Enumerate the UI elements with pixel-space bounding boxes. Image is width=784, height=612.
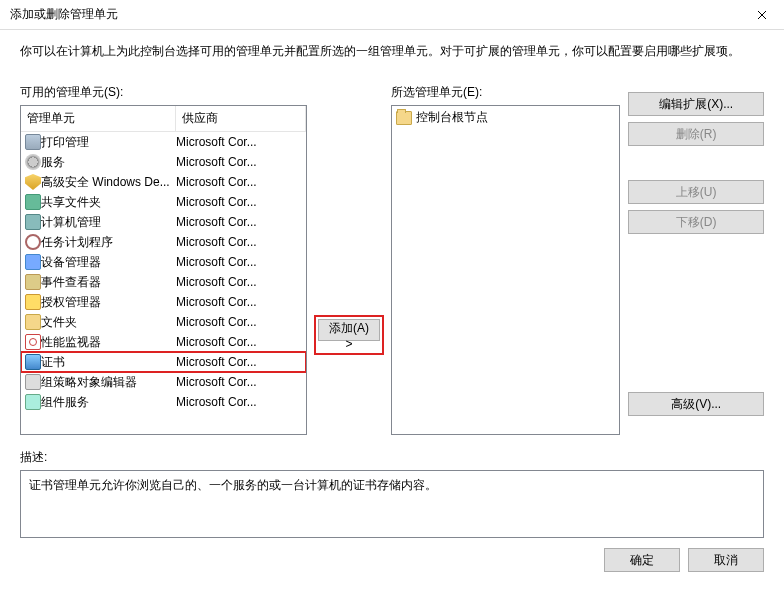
event-icon [25, 274, 41, 290]
list-item[interactable]: 授权管理器Microsoft Cor... [21, 292, 306, 312]
clock-icon [25, 234, 41, 250]
close-icon [757, 10, 767, 20]
advanced-button[interactable]: 高级(V)... [628, 392, 764, 416]
folder-icon [25, 314, 41, 330]
item-vendor: Microsoft Cor... [176, 195, 302, 209]
item-name: 打印管理 [41, 134, 176, 151]
column-header-name[interactable]: 管理单元 [21, 106, 176, 131]
list-item[interactable]: 打印管理Microsoft Cor... [21, 132, 306, 152]
item-vendor: Microsoft Cor... [176, 135, 302, 149]
item-vendor: Microsoft Cor... [176, 275, 302, 289]
instruction-text: 你可以在计算机上为此控制台选择可用的管理单元并配置所选的一组管理单元。对于可扩展… [20, 42, 764, 60]
cancel-button[interactable]: 取消 [688, 548, 764, 572]
item-name: 计算机管理 [41, 214, 176, 231]
selected-snapins-tree[interactable]: 控制台根节点 [391, 105, 620, 435]
item-vendor: Microsoft Cor... [176, 175, 302, 189]
list-item[interactable]: 组策略对象编辑器Microsoft Cor... [21, 372, 306, 392]
item-name: 授权管理器 [41, 294, 176, 311]
close-button[interactable] [739, 0, 784, 30]
gear-icon [25, 154, 41, 170]
item-name: 性能监视器 [41, 334, 176, 351]
gpo-icon [25, 374, 41, 390]
list-item[interactable]: 计算机管理Microsoft Cor... [21, 212, 306, 232]
cert-icon [25, 354, 41, 370]
item-vendor: Microsoft Cor... [176, 235, 302, 249]
shield-icon [25, 174, 41, 190]
list-item[interactable]: 证书Microsoft Cor... [21, 352, 306, 372]
item-name: 证书 [41, 354, 176, 371]
item-vendor: Microsoft Cor... [176, 215, 302, 229]
window-title: 添加或删除管理单元 [10, 6, 118, 23]
comp-icon [25, 394, 41, 410]
item-name: 服务 [41, 154, 176, 171]
item-vendor: Microsoft Cor... [176, 395, 302, 409]
item-vendor: Microsoft Cor... [176, 375, 302, 389]
item-name: 组件服务 [41, 394, 176, 411]
column-header-vendor[interactable]: 供应商 [176, 106, 306, 131]
item-vendor: Microsoft Cor... [176, 255, 302, 269]
available-label: 可用的管理单元(S): [20, 84, 307, 101]
list-item[interactable]: 性能监视器Microsoft Cor... [21, 332, 306, 352]
list-header: 管理单元 供应商 [21, 106, 306, 132]
pc-icon [25, 214, 41, 230]
titlebar: 添加或删除管理单元 [0, 0, 784, 30]
list-item[interactable]: 服务Microsoft Cor... [21, 152, 306, 172]
description-label: 描述: [20, 449, 764, 466]
device-icon [25, 254, 41, 270]
item-name: 文件夹 [41, 314, 176, 331]
perf-icon [25, 334, 41, 350]
selected-label: 所选管理单元(E): [391, 84, 620, 101]
item-name: 事件查看器 [41, 274, 176, 291]
add-button[interactable]: 添加(A) > [318, 319, 380, 341]
item-name: 高级安全 Windows De... [41, 174, 176, 191]
move-down-button[interactable]: 下移(D) [628, 210, 764, 234]
ok-button[interactable]: 确定 [604, 548, 680, 572]
list-item[interactable]: 共享文件夹Microsoft Cor... [21, 192, 306, 212]
list-item[interactable]: 事件查看器Microsoft Cor... [21, 272, 306, 292]
item-vendor: Microsoft Cor... [176, 315, 302, 329]
remove-button[interactable]: 删除(R) [628, 122, 764, 146]
item-vendor: Microsoft Cor... [176, 335, 302, 349]
list-item[interactable]: 文件夹Microsoft Cor... [21, 312, 306, 332]
share-icon [25, 194, 41, 210]
item-vendor: Microsoft Cor... [176, 155, 302, 169]
tree-root-item[interactable]: 控制台根节点 [392, 106, 619, 129]
item-name: 共享文件夹 [41, 194, 176, 211]
folder-icon [396, 111, 412, 125]
tree-root-label: 控制台根节点 [416, 109, 488, 126]
edit-extensions-button[interactable]: 编辑扩展(X)... [628, 92, 764, 116]
item-vendor: Microsoft Cor... [176, 355, 302, 369]
auth-icon [25, 294, 41, 310]
list-item[interactable]: 高级安全 Windows De...Microsoft Cor... [21, 172, 306, 192]
add-button-highlight: 添加(A) > [316, 317, 382, 353]
list-item[interactable]: 任务计划程序Microsoft Cor... [21, 232, 306, 252]
move-up-button[interactable]: 上移(U) [628, 180, 764, 204]
printer-icon [25, 134, 41, 150]
item-name: 组策略对象编辑器 [41, 374, 176, 391]
description-text: 证书管理单元允许你浏览自己的、一个服务的或一台计算机的证书存储内容。 [29, 478, 437, 492]
description-box: 证书管理单元允许你浏览自己的、一个服务的或一台计算机的证书存储内容。 [20, 470, 764, 538]
item-vendor: Microsoft Cor... [176, 295, 302, 309]
item-name: 任务计划程序 [41, 234, 176, 251]
item-name: 设备管理器 [41, 254, 176, 271]
list-item[interactable]: 组件服务Microsoft Cor... [21, 392, 306, 412]
list-item[interactable]: 设备管理器Microsoft Cor... [21, 252, 306, 272]
available-snapins-list[interactable]: 管理单元 供应商 打印管理Microsoft Cor...服务Microsoft… [20, 105, 307, 435]
